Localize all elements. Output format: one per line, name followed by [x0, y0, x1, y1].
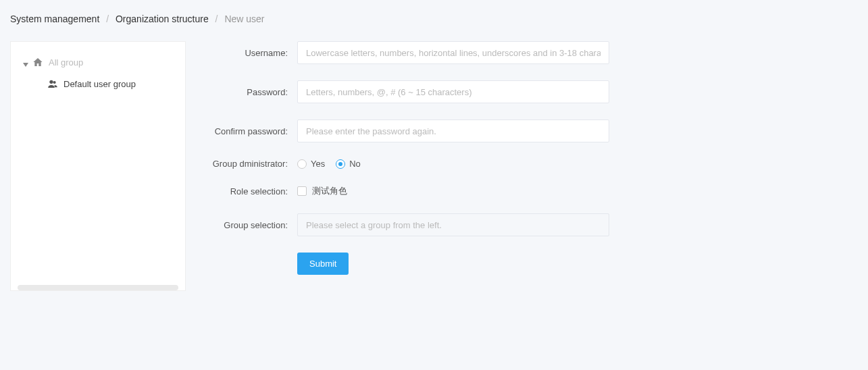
- checkbox-label: 测试角色: [312, 185, 347, 197]
- breadcrumb-item-1[interactable]: System management: [10, 14, 99, 24]
- breadcrumb: System management / Organization structu…: [10, 14, 858, 24]
- confirm-password-input[interactable]: [297, 120, 609, 142]
- group-admin-yes-radio[interactable]: Yes: [297, 159, 325, 169]
- group-admin-radio-group: Yes No: [297, 159, 609, 169]
- role-option-checkbox[interactable]: 测试角色: [297, 185, 609, 197]
- submit-button[interactable]: Submit: [297, 253, 349, 275]
- group-admin-no-radio[interactable]: No: [336, 159, 361, 169]
- password-label: Password:: [199, 87, 297, 97]
- group-tree-sidebar: All group Default user group: [10, 41, 186, 291]
- svg-point-2: [53, 81, 56, 84]
- radio-icon: [336, 159, 345, 169]
- radio-label: No: [349, 159, 361, 169]
- tree-item-label: All group: [49, 57, 83, 68]
- confirm-password-label: Confirm password:: [199, 126, 297, 136]
- svg-marker-0: [23, 63, 28, 67]
- group-admin-label: Group dministrator:: [199, 159, 297, 169]
- group-selection-label: Group selection:: [199, 220, 297, 230]
- breadcrumb-item-3: New user: [224, 14, 264, 24]
- username-label: Username:: [199, 48, 297, 58]
- svg-point-1: [49, 80, 53, 84]
- group-selection-input: [297, 213, 609, 236]
- breadcrumb-separator: /: [106, 14, 109, 24]
- home-icon: [32, 57, 43, 68]
- new-user-form: Username: Password: Confirm password: Gr…: [199, 41, 841, 291]
- tree-item-default-user-group[interactable]: Default user group: [11, 76, 185, 92]
- radio-icon: [297, 159, 307, 169]
- password-input[interactable]: [297, 80, 609, 103]
- checkbox-icon: [297, 186, 307, 196]
- tree-item-all-group[interactable]: All group: [11, 54, 185, 70]
- breadcrumb-separator: /: [215, 14, 218, 24]
- tree-item-label: Default user group: [63, 79, 136, 89]
- role-selection-label: Role selection:: [199, 186, 297, 196]
- radio-label: Yes: [311, 159, 325, 169]
- users-icon: [47, 78, 58, 89]
- username-input[interactable]: [297, 41, 609, 64]
- caret-down-icon[interactable]: [23, 59, 28, 65]
- breadcrumb-item-2[interactable]: Organization structure: [116, 14, 209, 24]
